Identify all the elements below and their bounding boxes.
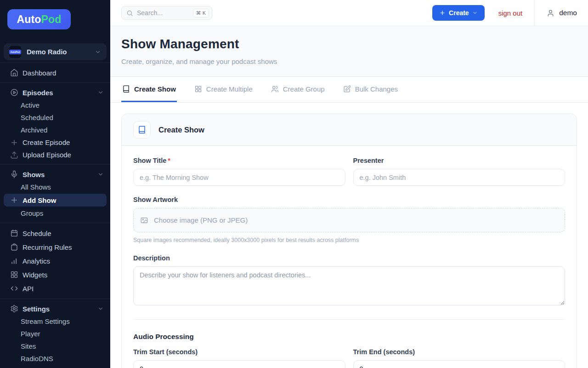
book-icon — [138, 126, 146, 134]
sidebar-item-add-show-active[interactable]: Add Show — [4, 194, 107, 207]
sidebar-section-label: Settings — [23, 305, 50, 313]
topbar-right: Create sign out demo — [432, 0, 577, 26]
tab-bar: Create Show Create Multiple Create Group… — [110, 77, 588, 103]
app-window: AutoPod AutoPod Demo Radio Dashboard Epi… — [0, 0, 588, 368]
sidebar-item-archived[interactable]: Archived — [0, 124, 110, 136]
presenter-input[interactable] — [353, 169, 565, 186]
trim-end-input[interactable] — [353, 360, 565, 368]
sidebar-item-label: Create Episode — [23, 138, 70, 146]
chevron-down-icon — [97, 171, 104, 178]
sidebar-item-label: API — [23, 285, 34, 293]
content-area: Create Show Show Title* Presenter — [110, 103, 588, 368]
nav-group-dashboard: Dashboard — [0, 63, 110, 82]
sidebar-item-all-shows[interactable]: All Shows — [0, 181, 110, 193]
sidebar-item-groups[interactable]: Groups — [0, 207, 110, 219]
sign-out-link[interactable]: sign out — [498, 9, 523, 17]
autopod-logo[interactable]: AutoPod — [7, 9, 71, 29]
sidebar-item-dashboard[interactable]: Dashboard — [0, 66, 110, 79]
book-icon-badge — [133, 121, 151, 138]
logo-container: AutoPod — [0, 0, 110, 29]
sidebar-item-player[interactable]: Player — [0, 328, 110, 340]
station-thumb-label: AutoPod — [9, 50, 22, 54]
card-title: Create Show — [158, 126, 204, 134]
tab-create-multiple[interactable]: Create Multiple — [193, 77, 254, 102]
artwork-field-group: Show Artwork Choose image (PNG or JPEG) … — [133, 196, 565, 243]
sidebar-item-upload-episode[interactable]: Upload Episode — [0, 149, 110, 161]
artwork-help-text: Square images recommended, ideally 3000x… — [133, 237, 565, 243]
sidebar-item-label: All Shows — [21, 183, 51, 191]
sidebar-item-scheduled[interactable]: Scheduled — [0, 111, 110, 124]
description-textarea[interactable] — [133, 266, 565, 305]
sidebar-item-analytics[interactable]: Analytics — [0, 254, 110, 268]
play-circle-icon — [10, 88, 18, 97]
search-shortcut-badge: ⌘ K — [193, 9, 209, 17]
tab-create-show[interactable]: Create Show — [121, 77, 177, 102]
sidebar-item-schedule[interactable]: Schedule — [0, 226, 110, 240]
sidebar-item-api[interactable]: API — [0, 282, 110, 295]
station-selector[interactable]: AutoPod Demo Radio — [4, 43, 107, 60]
sidebar-item-widgets[interactable]: Widgets — [0, 268, 110, 282]
sidebar-item-stream-settings[interactable]: Stream Settings — [0, 315, 110, 328]
logo-text-pod: Pod — [41, 13, 62, 26]
clipboard-icon — [10, 243, 18, 251]
sidebar-item-label: Sites — [21, 342, 36, 350]
code-icon — [10, 284, 18, 293]
logo-text-auto: Auto — [17, 13, 41, 26]
topbar: ⌘ K Create sign out demo — [110, 0, 588, 26]
tab-create-group[interactable]: Create Group — [270, 77, 326, 102]
sidebar-item-create-episode[interactable]: Create Episode — [0, 136, 110, 149]
sidebar-section-settings[interactable]: Settings — [0, 302, 110, 315]
sidebar-item-active[interactable]: Active — [0, 99, 110, 111]
sidebar-item-sites[interactable]: Sites — [0, 340, 110, 352]
show-title-input[interactable] — [133, 169, 345, 186]
create-button[interactable]: Create — [432, 5, 485, 21]
search-box[interactable]: ⌘ K — [121, 6, 212, 20]
grid-icon — [10, 270, 18, 279]
page-title: Show Management — [121, 37, 577, 52]
sidebar: AutoPod AutoPod Demo Radio Dashboard Epi… — [0, 0, 110, 368]
trim-start-input[interactable] — [133, 360, 345, 368]
upload-icon — [10, 151, 18, 159]
sidebar-item-recurring-rules[interactable]: Recurring Rules — [0, 240, 110, 254]
users-icon — [271, 85, 279, 93]
sidebar-item-label: Player — [21, 330, 40, 338]
section-divider — [133, 319, 565, 320]
station-name: Demo Radio — [27, 48, 95, 56]
book-icon — [122, 85, 130, 93]
tab-bulk-changes[interactable]: Bulk Changes — [342, 77, 399, 102]
show-title-field-group: Show Title* — [133, 157, 345, 186]
sidebar-section-label: Shows — [23, 171, 45, 178]
bar-chart-icon — [10, 257, 18, 265]
sidebar-item-label: Stream Settings — [21, 317, 70, 325]
divider — [534, 0, 535, 26]
description-field-group: Description — [133, 254, 565, 307]
artwork-upload-dropzone[interactable]: Choose image (PNG or JPEG) — [133, 208, 565, 232]
chevron-down-icon — [97, 305, 104, 312]
main-area: ⌘ K Create sign out demo Show Management… — [110, 0, 588, 368]
form-row-trim: Trim Start (seconds) Trim End (seconds) — [133, 348, 565, 368]
microphone-icon — [10, 170, 18, 178]
artwork-label: Show Artwork — [133, 196, 565, 203]
sidebar-section-shows[interactable]: Shows — [0, 168, 110, 181]
sidebar-section-episodes[interactable]: Episodes — [0, 86, 110, 99]
image-icon — [140, 216, 148, 224]
tab-label: Create Group — [283, 85, 325, 93]
plus-icon — [10, 196, 18, 204]
create-button-label: Create — [449, 9, 469, 17]
sidebar-item-radiodns[interactable]: RadioDNS — [0, 352, 110, 365]
sidebar-item-label: Dashboard — [23, 69, 56, 77]
sidebar-item-label: Groups — [21, 209, 43, 217]
search-input[interactable] — [137, 9, 193, 17]
sidebar-item-label: Add Show — [23, 196, 56, 204]
audio-processing-heading: Audio Processing — [133, 333, 565, 341]
sidebar-section-label: Episodes — [23, 89, 53, 97]
trim-end-field-group: Trim End (seconds) — [353, 348, 565, 368]
presenter-label: Presenter — [353, 157, 565, 164]
sidebar-item-label: Upload Episode — [23, 151, 71, 159]
sidebar-item-label: Schedule — [23, 230, 51, 237]
show-title-label: Show Title* — [133, 157, 345, 164]
user-menu[interactable]: demo — [547, 9, 577, 17]
trim-start-label: Trim Start (seconds) — [133, 348, 345, 356]
user-icon — [547, 9, 554, 17]
search-icon — [126, 10, 133, 17]
